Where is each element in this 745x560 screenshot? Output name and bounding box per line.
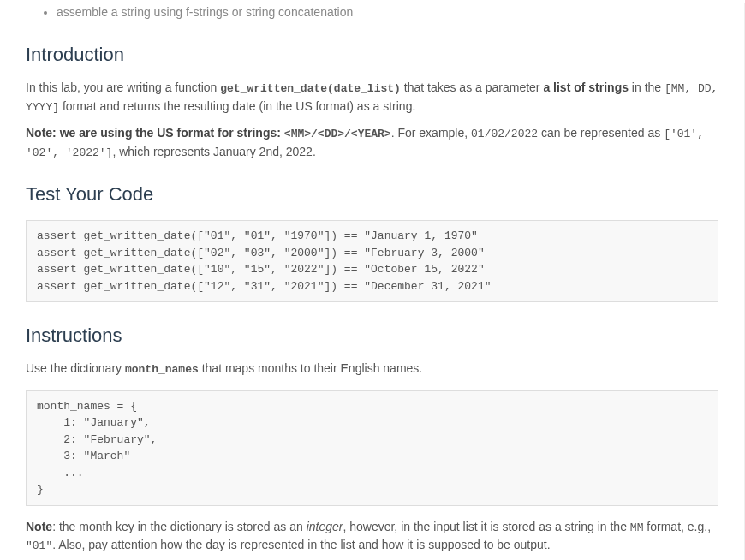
text: : the month key in the dictionary is sto… <box>52 520 307 533</box>
code-month-names: month_names <box>125 363 199 376</box>
text: can be represented as <box>538 126 664 140</box>
heading-instructions: Instructions <box>26 321 718 349</box>
text: . For example, <box>391 126 471 140</box>
code-block-asserts: assert get_written_date(["01", "01", "19… <box>26 220 718 302</box>
strong-note-us-format: Note: we are using the US format for str… <box>26 126 391 140</box>
instructions-paragraph: Use the dictionary month_names that maps… <box>26 360 718 378</box>
intro-paragraph-1: In this lab, you are writing a function … <box>26 79 718 116</box>
code-01: "01" <box>26 539 52 552</box>
text: Use the dictionary <box>26 361 125 375</box>
text: format and returns the resulting date (i… <box>59 99 415 113</box>
text: that maps months to their English names. <box>199 361 422 375</box>
top-bullet-item: assemble a string using f-strings or str… <box>57 3 718 21</box>
note-paragraph: Note: the month key in the dictionary is… <box>26 518 718 555</box>
text: In this lab, you are writing a function <box>26 80 220 94</box>
heading-introduction: Introduction <box>26 40 718 69</box>
text: . Also, pay attention how the day is rep… <box>52 538 550 551</box>
code-block-monthnames: month_names = { 1: "January", 2: "Februa… <box>26 390 718 506</box>
text: in the <box>629 80 665 94</box>
code-us-format: <MM>/<DD>/<YEAR> <box>284 128 391 140</box>
document-content: assemble a string using f-strings or str… <box>0 3 745 560</box>
code-date-example: 01/02/2022 <box>471 128 538 140</box>
text: format, e.g., <box>643 520 711 533</box>
strong-list-of-strings: a list of strings <box>543 80 629 94</box>
intro-paragraph-2: Note: we are using the US format for str… <box>26 124 718 161</box>
heading-test-your-code: Test Your Code <box>26 180 718 208</box>
strong-note: Note <box>26 520 52 533</box>
text: Note: we are using the US format for str… <box>26 126 284 140</box>
top-bullet-list: assemble a string using f-strings or str… <box>26 3 718 21</box>
text: , however, in the input list it is store… <box>343 520 629 533</box>
code-mm: MM <box>630 521 644 534</box>
text: , which represents January 2nd, 2022. <box>112 145 315 158</box>
em-integer: integer <box>307 520 343 533</box>
text: that takes as a parameter <box>401 80 544 94</box>
code-fn-signature: get_written_date(date_list) <box>220 82 401 95</box>
